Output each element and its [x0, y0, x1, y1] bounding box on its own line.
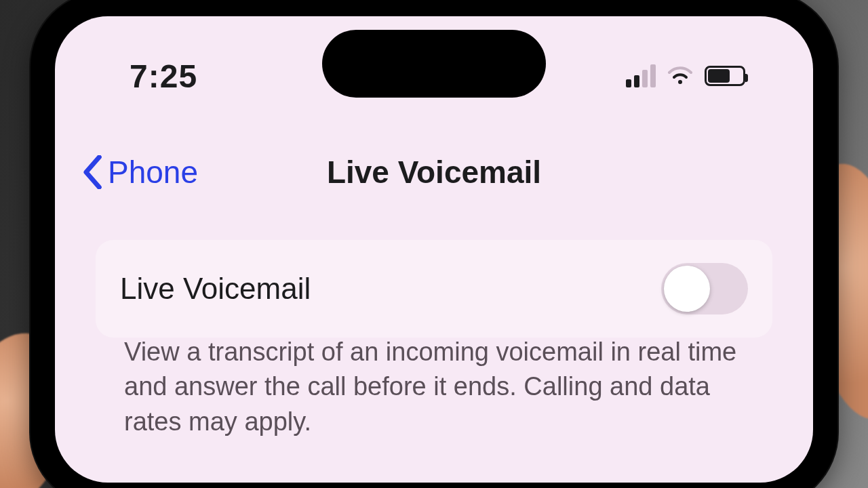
- chevron-left-icon: [82, 155, 105, 189]
- cellular-icon: [626, 64, 656, 87]
- back-button[interactable]: Phone: [82, 154, 198, 190]
- battery-icon: [705, 66, 745, 86]
- status-time: 7:25: [130, 58, 197, 95]
- setting-label: Live Voicemail: [120, 272, 311, 306]
- setting-row-live-voicemail: Live Voicemail: [96, 240, 772, 338]
- toggle-knob: [664, 266, 710, 312]
- wifi-icon: [667, 65, 694, 87]
- phone-frame: 7:25 P: [31, 0, 837, 488]
- setting-description: View a transcript of an incoming voicema…: [124, 335, 744, 439]
- back-label: Phone: [108, 154, 198, 190]
- nav-bar: Phone Live Voicemail: [55, 145, 813, 199]
- live-voicemail-toggle[interactable]: [661, 263, 748, 314]
- screen: 7:25 P: [55, 16, 813, 483]
- page-title: Live Voicemail: [327, 154, 541, 190]
- status-bar: 7:25: [55, 56, 813, 96]
